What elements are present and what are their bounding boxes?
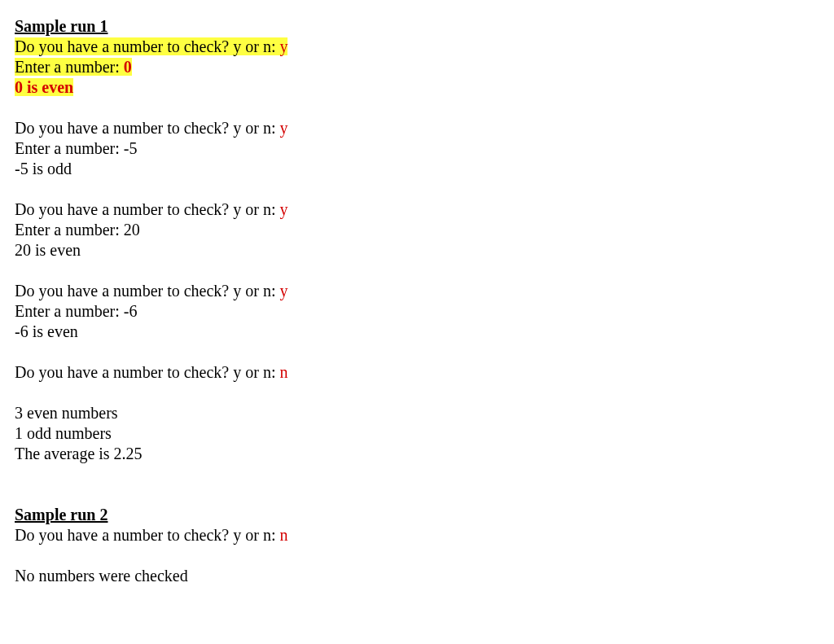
- enter-text: Enter a number:: [15, 139, 124, 157]
- blank-line: [15, 179, 819, 199]
- prompt-answer: y: [279, 200, 288, 218]
- prompt-answer: y: [279, 282, 288, 300]
- prompt-text: Do you have a number to check? y or n:: [15, 526, 279, 544]
- result-text: -6 is even: [15, 322, 78, 340]
- enter-text: Enter a number:: [15, 221, 124, 239]
- prompt-answer: y: [279, 37, 288, 55]
- run1-summary-odd: 1 odd numbers: [15, 423, 819, 444]
- run1-block-0-prompt: Do you have a number to check? y or n: y: [15, 37, 819, 57]
- run1-block-3-prompt: Do you have a number to check? y or n: y: [15, 281, 819, 301]
- blank-line: [15, 261, 819, 281]
- blank-line: [15, 464, 819, 484]
- prompt-text: Do you have a number to check? y or n:: [15, 200, 279, 218]
- enter-text: Enter a number:: [15, 58, 124, 76]
- enter-value: -5: [124, 139, 138, 157]
- blank-line: [15, 383, 819, 403]
- sample-run-2-title: Sample run 2: [15, 505, 819, 525]
- enter-value: 20: [124, 221, 140, 239]
- run1-block-3-result: -6 is even: [15, 322, 819, 342]
- blank-line: [15, 98, 819, 118]
- run1-block-0-result: 0 is even: [15, 77, 819, 98]
- run1-block-2-enter: Enter a number: 20: [15, 220, 819, 240]
- run1-block-0-enter: Enter a number: 0: [15, 57, 819, 77]
- run1-summary-avg: The average is 2.25: [15, 444, 819, 464]
- prompt-text: Do you have a number to check? y or n:: [15, 363, 279, 381]
- run1-block-1-prompt: Do you have a number to check? y or n: y: [15, 118, 819, 138]
- blank-line: [15, 545, 819, 566]
- run1-block-2-result: 20 is even: [15, 240, 819, 261]
- prompt-text: Do you have a number to check? y or n:: [15, 282, 279, 300]
- run1-block-2-prompt: Do you have a number to check? y or n: y: [15, 199, 819, 220]
- run2-result: No numbers were checked: [15, 566, 819, 586]
- result-text: -5 is odd: [15, 160, 72, 177]
- run1-block-0-prompt-hl: Do you have a number to check? y or n: y: [15, 37, 288, 55]
- result-text: 0 is even: [15, 78, 73, 96]
- sample-run-1-title: Sample run 1: [15, 16, 819, 37]
- run1-block-3-enter: Enter a number: -6: [15, 301, 819, 322]
- enter-value: -6: [124, 302, 138, 320]
- run1-final-prompt: Do you have a number to check? y or n: n: [15, 362, 819, 383]
- blank-line: [15, 342, 819, 362]
- run1-summary-even: 3 even numbers: [15, 403, 819, 423]
- enter-text: Enter a number:: [15, 302, 124, 320]
- prompt-answer: y: [279, 119, 288, 137]
- prompt-answer: n: [279, 526, 288, 544]
- blank-line: [15, 484, 819, 505]
- run1-block-0-result-hl: 0 is even: [15, 78, 73, 96]
- prompt-answer: n: [279, 363, 288, 381]
- run1-block-0-enter-hl: Enter a number: 0: [15, 58, 132, 76]
- run2-prompt: Do you have a number to check? y or n: n: [15, 525, 819, 545]
- run1-block-1-enter: Enter a number: -5: [15, 138, 819, 159]
- result-text: 20 is even: [15, 241, 81, 259]
- prompt-text: Do you have a number to check? y or n:: [15, 119, 279, 137]
- run1-block-1-result: -5 is odd: [15, 159, 819, 179]
- prompt-text: Do you have a number to check? y or n:: [15, 37, 279, 55]
- enter-value: 0: [124, 58, 132, 76]
